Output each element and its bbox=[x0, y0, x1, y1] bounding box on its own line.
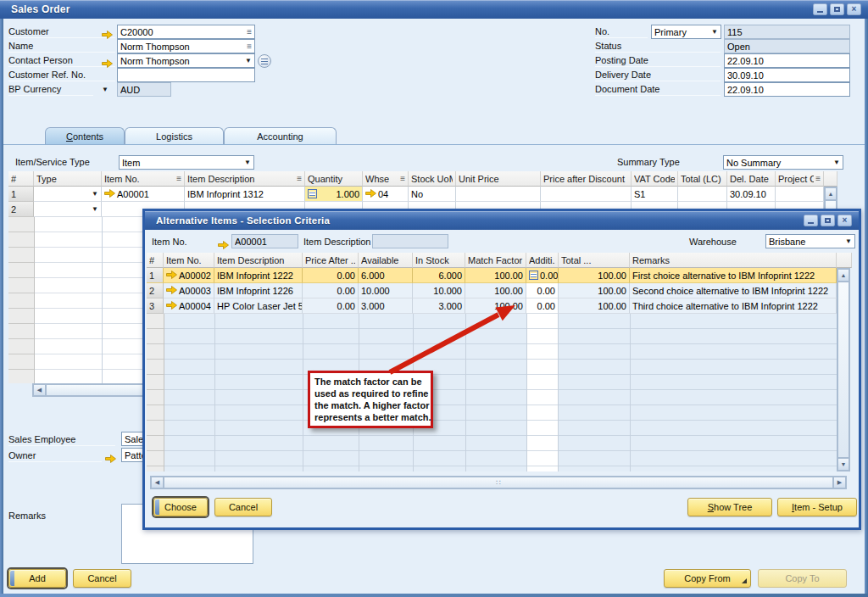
type-cell[interactable]: ▼ bbox=[34, 202, 102, 217]
tab-contents[interactable]: Contents bbox=[45, 127, 125, 145]
item-setup-button[interactable]: Item - Setup bbox=[777, 498, 857, 516]
col-header-whse[interactable]: Whse≡ bbox=[363, 171, 409, 187]
total-cell[interactable]: 100.00 bbox=[559, 283, 630, 298]
col-header-unit-price[interactable]: Unit Price bbox=[456, 171, 541, 187]
add-button[interactable]: Add bbox=[8, 569, 66, 588]
price-after-cell[interactable]: 0.00 bbox=[303, 283, 359, 298]
price-after-cell[interactable]: 0.00 bbox=[303, 268, 359, 283]
row-number-cell[interactable]: 1 bbox=[8, 187, 34, 202]
del-date-cell[interactable]: 30.09.10 bbox=[727, 187, 776, 202]
row-number-cell[interactable]: 2 bbox=[8, 202, 34, 217]
minimize-button[interactable] bbox=[813, 3, 827, 15]
link-arrow-icon[interactable] bbox=[166, 286, 177, 296]
col-header-project[interactable]: Project C...≡ bbox=[776, 171, 824, 187]
link-arrow-icon[interactable] bbox=[166, 301, 177, 311]
price-after-discount-cell[interactable] bbox=[541, 187, 632, 202]
whse-cell[interactable]: 04 bbox=[363, 187, 409, 202]
dialog-maximize-button[interactable] bbox=[821, 215, 835, 226]
contact-person-select[interactable]: Norm Thompson ▼ bbox=[117, 53, 255, 68]
total-cell[interactable]: 100.00 bbox=[559, 298, 630, 314]
scroll-left-icon[interactable]: ◀ bbox=[33, 384, 46, 396]
dialog-titlebar[interactable]: Alternative Items - Selection Criteria × bbox=[145, 211, 859, 230]
additional-cell[interactable]: 0.00 bbox=[526, 298, 559, 314]
scroll-down-icon[interactable]: ▼ bbox=[837, 458, 849, 471]
stock-uom-cell[interactable]: No bbox=[409, 187, 456, 202]
col-header-total-lc[interactable]: Total (LC) bbox=[678, 171, 727, 187]
delivery-date-input[interactable]: 30.09.10 bbox=[724, 68, 850, 82]
remarks-cell[interactable]: First choice alternative to IBM Infoprin… bbox=[630, 268, 837, 283]
item-no-cell[interactable]: A00002 bbox=[164, 268, 214, 283]
customer-input[interactable]: C20000 ≡ bbox=[117, 25, 255, 39]
owner-link-arrow-icon[interactable] bbox=[105, 451, 116, 466]
choose-button[interactable]: Choose bbox=[153, 498, 208, 516]
item-description-cell[interactable]: IBM Infoprint 1222 bbox=[214, 268, 303, 283]
dialog-cancel-button[interactable]: Cancel bbox=[214, 498, 272, 516]
col-header-additional[interactable]: Additi... bbox=[526, 253, 559, 268]
available-cell[interactable]: 10.000 bbox=[359, 283, 413, 298]
copy-from-button[interactable]: Copy From bbox=[664, 569, 751, 588]
type-cell[interactable]: ▼ bbox=[34, 187, 102, 202]
col-header-price-after-discount[interactable]: Price after Discount bbox=[541, 171, 632, 187]
col-header-type[interactable]: Type bbox=[34, 171, 102, 187]
total-lc-cell[interactable] bbox=[678, 187, 727, 202]
row-number-cell[interactable]: 2 bbox=[147, 283, 164, 298]
unit-price-cell[interactable] bbox=[456, 187, 541, 202]
col-header-in-stock[interactable]: In Stock bbox=[413, 253, 465, 268]
match-factor-cell[interactable]: 100.00 bbox=[465, 283, 526, 298]
maximize-button[interactable] bbox=[830, 3, 844, 15]
col-header-remarks[interactable]: Remarks bbox=[630, 253, 837, 268]
vat-code-cell[interactable]: S1 bbox=[632, 187, 678, 202]
col-header-available[interactable]: Available bbox=[359, 253, 413, 268]
col-header-total[interactable]: Total ... bbox=[559, 253, 630, 268]
item-no-cell[interactable]: A00004 bbox=[164, 298, 214, 314]
link-arrow-icon[interactable] bbox=[166, 271, 177, 281]
summary-type-select[interactable]: No Summary ▼ bbox=[723, 155, 843, 170]
row-number-cell[interactable]: 1 bbox=[147, 268, 164, 283]
additional-cell[interactable]: 0.00 bbox=[526, 268, 559, 283]
scroll-up-icon[interactable]: ▲ bbox=[825, 187, 837, 200]
customer-ref-input[interactable] bbox=[117, 68, 255, 82]
item-no-cell[interactable]: A00001 bbox=[102, 187, 185, 202]
item-no-cell[interactable]: A00003 bbox=[164, 283, 214, 298]
bp-currency-dropdown[interactable]: ▼ bbox=[102, 86, 108, 93]
item-description-cell[interactable]: HP Color Laser Jet 5 bbox=[214, 298, 303, 314]
dialog-item-link-arrow-icon[interactable] bbox=[218, 237, 229, 253]
item-description-cell[interactable]: IBM Infoprint 1312 bbox=[185, 187, 305, 202]
col-header-vat-code[interactable]: VAT Code bbox=[632, 171, 678, 187]
scroll-right-icon[interactable]: ▶ bbox=[833, 477, 846, 488]
dialog-close-button[interactable]: × bbox=[837, 215, 852, 226]
col-header-stock-uom[interactable]: Stock UoM bbox=[409, 171, 456, 187]
in-stock-cell[interactable]: 10.000 bbox=[413, 283, 465, 298]
show-tree-button[interactable]: Show Tree bbox=[687, 498, 772, 516]
remarks-cell[interactable]: Second choice alternative to IBM Infopri… bbox=[630, 283, 837, 298]
available-cell[interactable]: 6.000 bbox=[359, 268, 413, 283]
col-header-item-no[interactable]: Item No.≡ bbox=[102, 171, 185, 187]
col-header-item-no[interactable]: Item No. bbox=[164, 253, 214, 268]
remarks-cell[interactable]: Third choice alternative to IBM Infoprin… bbox=[630, 298, 837, 314]
doc-series-select[interactable]: Primary ▼ bbox=[651, 25, 721, 39]
project-cell[interactable] bbox=[776, 187, 824, 202]
scroll-up-icon[interactable]: ▲ bbox=[837, 269, 849, 282]
dialog-grid-vscrollbar[interactable]: ▲ ▼ bbox=[837, 268, 850, 471]
scroll-left-icon[interactable]: ◀ bbox=[151, 477, 164, 488]
link-arrow-icon[interactable] bbox=[104, 189, 115, 199]
item-description-cell[interactable]: IBM Infoprint 1226 bbox=[214, 283, 303, 298]
col-header-del-date[interactable]: Del. Date bbox=[727, 171, 776, 187]
list-icon[interactable] bbox=[308, 189, 317, 198]
col-header-item-description[interactable]: Item Description≡ bbox=[185, 171, 305, 187]
in-stock-cell[interactable]: 6.000 bbox=[413, 268, 465, 283]
contact-details-button[interactable] bbox=[258, 54, 271, 68]
price-after-cell[interactable]: 0.00 bbox=[303, 298, 359, 314]
total-cell[interactable]: 100.00 bbox=[559, 268, 630, 283]
additional-cell[interactable]: 0.00 bbox=[526, 283, 559, 298]
cancel-button[interactable]: Cancel bbox=[73, 569, 131, 588]
col-header-quantity[interactable]: Quantity bbox=[305, 171, 363, 187]
match-factor-cell[interactable]: 100.00 bbox=[465, 268, 526, 283]
name-input[interactable]: Norm Thompson ≡ bbox=[117, 39, 255, 53]
link-arrow-icon[interactable] bbox=[365, 189, 376, 199]
posting-date-input[interactable]: 22.09.10 bbox=[724, 53, 850, 68]
dialog-minimize-button[interactable] bbox=[804, 215, 818, 226]
document-date-input[interactable]: 22.09.10 bbox=[724, 82, 850, 97]
list-icon[interactable] bbox=[529, 271, 538, 280]
dialog-warehouse-select[interactable]: Brisbane ▼ bbox=[765, 234, 855, 248]
